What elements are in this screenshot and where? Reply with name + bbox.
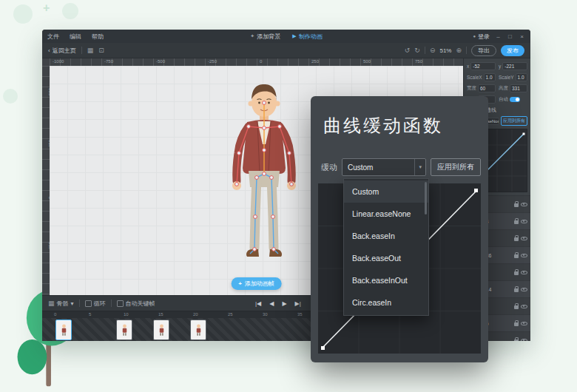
bones-label: 骨骼: [57, 300, 69, 308]
scaley-input[interactable]: 1.0: [516, 73, 527, 81]
eye-icon[interactable]: [521, 320, 527, 327]
add-animation-frame-button[interactable]: + 添加动画帧: [231, 277, 282, 290]
easing-dropdown[interactable]: Custom ▾: [342, 158, 426, 176]
character-figure[interactable]: [216, 79, 312, 271]
prop-label: ScaleY: [499, 75, 514, 80]
grid-tool-icon[interactable]: ▦: [87, 47, 94, 54]
eye-icon[interactable]: [521, 218, 527, 225]
login-label: 登录: [478, 33, 490, 41]
toolbar-right: ↺ ↻ ⊖ 51% ⊕ 导出 发布: [405, 45, 524, 56]
play-controls: |◀ ◀ ▶ ▶|: [255, 300, 301, 307]
make-animation-button[interactable]: ▶ 制作动画: [292, 33, 322, 41]
menu-help[interactable]: 帮助: [87, 33, 109, 41]
eye-icon[interactable]: [521, 252, 527, 259]
eye-icon[interactable]: [521, 201, 527, 208]
eye-icon[interactable]: [521, 337, 527, 342]
lock-icon[interactable]: [514, 271, 519, 275]
auto-keyframe-toggle[interactable]: 自动关键帧: [117, 300, 155, 308]
menu-file[interactable]: 文件: [42, 33, 64, 41]
apply-to-all-button[interactable]: 应用到所有: [431, 158, 481, 176]
lock-icon[interactable]: [514, 339, 519, 341]
modal-title: 曲线缓动函数: [323, 114, 443, 138]
back-home-button[interactable]: ‹ 返回主页: [48, 47, 76, 55]
lock-icon[interactable]: [514, 254, 519, 258]
apply-all-mini-button[interactable]: 应用到所有: [501, 116, 527, 126]
export-button[interactable]: 导出: [471, 45, 496, 56]
width-input[interactable]: 60: [478, 84, 496, 92]
ruler-label: 500: [363, 59, 371, 64]
prop-scalex: ScaleX 1.0: [467, 73, 496, 81]
divider: [81, 47, 82, 54]
lock-icon[interactable]: [514, 305, 519, 309]
scrollbar-thumb[interactable]: [425, 182, 427, 214]
eye-icon[interactable]: [521, 269, 527, 276]
deco-circle: [3, 89, 18, 104]
x-input[interactable]: -52: [470, 62, 496, 70]
y-input[interactable]: -221: [502, 62, 527, 70]
fit-tool-icon[interactable]: ⊡: [98, 47, 104, 54]
easing-dropdown-value: Custom: [348, 163, 373, 172]
eye-icon[interactable]: [521, 286, 527, 293]
bones-view-dropdown[interactable]: ▦ 骨骼 ▾: [48, 300, 74, 308]
dropdown-option-circ-easein[interactable]: Circ.easeIn: [344, 291, 428, 314]
auto-toggle[interactable]: [510, 97, 520, 102]
zoom-out-icon[interactable]: ⊖: [430, 47, 436, 54]
keyframe-thumbnail[interactable]: [153, 320, 169, 340]
prop-height: 高度 331: [499, 84, 527, 92]
keyframe-thumbnail[interactable]: [190, 320, 206, 340]
dropdown-scrollbar[interactable]: [425, 182, 427, 312]
loop-toggle[interactable]: 循环: [85, 300, 106, 308]
lock-icon[interactable]: [514, 237, 519, 241]
add-background-button[interactable]: ✦ 添加背景: [250, 33, 280, 41]
ruler-corner: [42, 58, 50, 66]
chevron-down-icon[interactable]: ▾: [414, 159, 425, 175]
divider: [79, 300, 80, 307]
toolbar: ‹ 返回主页 ▦ ⊡ ↺ ↻ ⊖ 51% ⊕ 导出 发布: [42, 43, 530, 58]
frame-number: 25: [228, 312, 233, 317]
eye-icon[interactable]: [521, 235, 527, 242]
keyframe-thumbnail[interactable]: [116, 320, 132, 340]
easing-function-modal: 曲线缓动函数 缓动 Custom ▾ 应用到所有 Custom Linear.e…: [311, 96, 488, 362]
zoom-level[interactable]: 51%: [439, 47, 451, 54]
lock-icon[interactable]: [514, 288, 519, 292]
frame-number: 10: [124, 312, 129, 317]
undo-icon[interactable]: ↺: [405, 47, 411, 54]
close-button[interactable]: ×: [519, 33, 525, 40]
height-input[interactable]: 331: [510, 84, 527, 92]
prev-frame-button[interactable]: |◀: [255, 300, 261, 307]
publish-button[interactable]: 发布: [501, 45, 524, 56]
dropdown-option-back-easeout[interactable]: Back.easeOut: [344, 247, 428, 269]
next-frame-button[interactable]: ▶|: [295, 300, 301, 307]
prop-label: y: [499, 64, 501, 69]
eye-icon[interactable]: [521, 303, 527, 310]
auto-keyframe-checkbox[interactable]: [117, 300, 124, 307]
star-icon: ✦: [250, 33, 254, 39]
play-button[interactable]: ▶: [282, 300, 286, 307]
play-backward-button[interactable]: ◀: [269, 300, 274, 307]
prop-label: 高度: [499, 85, 508, 92]
lock-icon[interactable]: [514, 203, 519, 207]
dropdown-option-back-easeinout[interactable]: Back.easeInOut: [344, 269, 428, 291]
redo-icon[interactable]: ↻: [414, 47, 420, 54]
scalex-input[interactable]: 1.0: [484, 73, 496, 81]
dropdown-option-custom[interactable]: Custom: [344, 180, 428, 203]
lock-icon[interactable]: [514, 322, 519, 326]
prop-label: ScaleX: [467, 75, 482, 80]
loop-checkbox[interactable]: [85, 300, 92, 307]
keyframe-thumbnail[interactable]: [55, 320, 72, 340]
zoom-in-icon[interactable]: ⊕: [456, 47, 462, 54]
prop-label: 宽度: [467, 85, 476, 92]
dropdown-option-linear-easenone[interactable]: Linear.easeNone: [344, 203, 428, 225]
menu-edit[interactable]: 编辑: [64, 33, 87, 41]
lock-icon[interactable]: [514, 220, 519, 224]
frame-number: 5: [89, 312, 91, 317]
dropdown-option-back-easein[interactable]: Back.easeIn: [344, 225, 428, 247]
maximize-button[interactable]: □: [507, 33, 513, 40]
minimize-button[interactable]: –: [495, 33, 502, 40]
login-button[interactable]: ● 登录: [473, 33, 490, 41]
ruler-label: 750: [415, 59, 422, 64]
easing-label: 缓动: [321, 162, 337, 173]
menu-bar: 文件 编辑 帮助 ✦ 添加背景 ▶ 制作动画 ● 登录 – □ ×: [42, 30, 530, 43]
plus-icon: +: [238, 280, 242, 287]
easing-dropdown-list: Custom Linear.easeNone Back.easeIn Back.…: [343, 178, 429, 316]
